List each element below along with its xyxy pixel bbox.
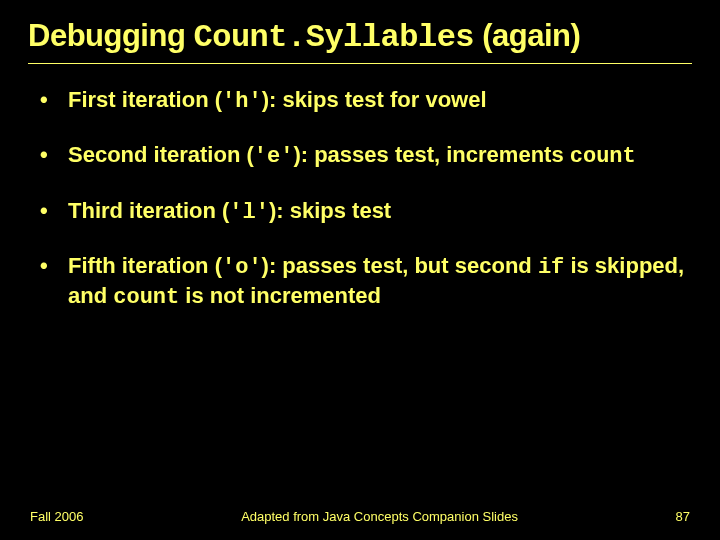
bullet-text: Third iteration ( (68, 198, 229, 223)
bullet-code: count (570, 144, 636, 169)
bullet-code: 'o' (222, 255, 262, 280)
title-text-post: (again) (474, 18, 580, 53)
slide-footer: Fall 2006 Adapted from Java Concepts Com… (0, 509, 720, 524)
bullet-item: Third iteration ('l'): skips test (40, 197, 692, 227)
bullet-code: if (538, 255, 564, 280)
bullet-text: ): passes test, but second (262, 253, 538, 278)
bullet-code: count (113, 285, 179, 310)
bullet-text: Second iteration ( (68, 142, 254, 167)
footer-left: Fall 2006 (30, 509, 83, 524)
slide: Debugging Count.Syllables (again) First … (0, 0, 720, 540)
title-code: Count.Syllables (193, 19, 474, 56)
bullet-text: First iteration ( (68, 87, 222, 112)
slide-title: Debugging Count.Syllables (again) (28, 18, 692, 64)
title-text-pre: Debugging (28, 18, 193, 53)
bullet-item: First iteration ('h'): skips test for vo… (40, 86, 692, 116)
bullet-item: Second iteration ('e'): passes test, inc… (40, 141, 692, 171)
footer-page-number: 87 (676, 509, 690, 524)
bullet-code: 'e' (254, 144, 294, 169)
bullet-text: is not incremented (179, 283, 381, 308)
bullet-list: First iteration ('h'): skips test for vo… (28, 86, 692, 312)
bullet-text: ): skips test for vowel (262, 87, 487, 112)
bullet-code: 'l' (229, 200, 269, 225)
footer-center: Adapted from Java Concepts Companion Sli… (83, 509, 675, 524)
bullet-text: ): skips test (269, 198, 391, 223)
bullet-text: Fifth iteration ( (68, 253, 222, 278)
bullet-text: ): passes test, increments (293, 142, 569, 167)
bullet-code: 'h' (222, 89, 262, 114)
bullet-item: Fifth iteration ('o'): passes test, but … (40, 252, 692, 311)
